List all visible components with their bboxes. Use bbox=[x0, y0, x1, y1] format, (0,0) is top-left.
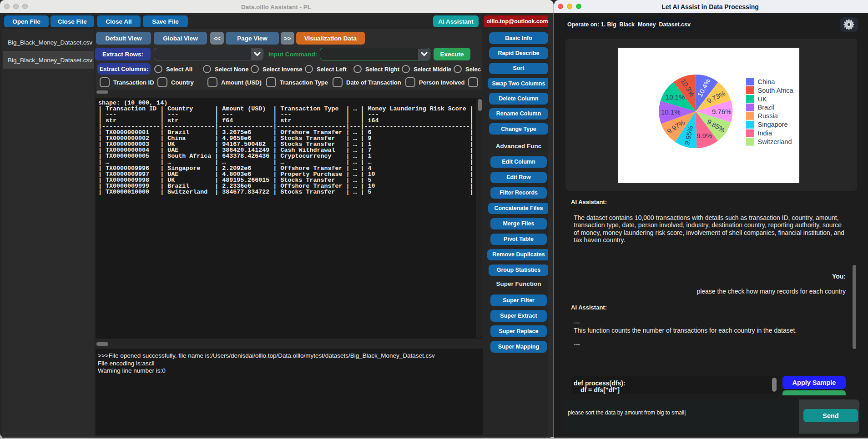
svg-text:Switzerland: Switzerland bbox=[758, 138, 792, 145]
svg-text:India: India bbox=[758, 130, 772, 137]
svg-text:10.1%: 10.1% bbox=[666, 93, 685, 101]
svg-text:10.1%: 10.1% bbox=[661, 108, 681, 116]
svg-text:Russia: Russia bbox=[758, 112, 778, 120]
svg-text:South Africa: South Africa bbox=[758, 87, 794, 94]
svg-text:Singapore: Singapore bbox=[758, 121, 788, 128]
svg-text:Brazil: Brazil bbox=[758, 104, 774, 111]
svg-text:9.9%: 9.9% bbox=[696, 132, 712, 140]
svg-text:China: China bbox=[758, 78, 776, 85]
svg-text:9.76%: 9.76% bbox=[712, 108, 732, 115]
svg-text:UK: UK bbox=[758, 95, 767, 103]
